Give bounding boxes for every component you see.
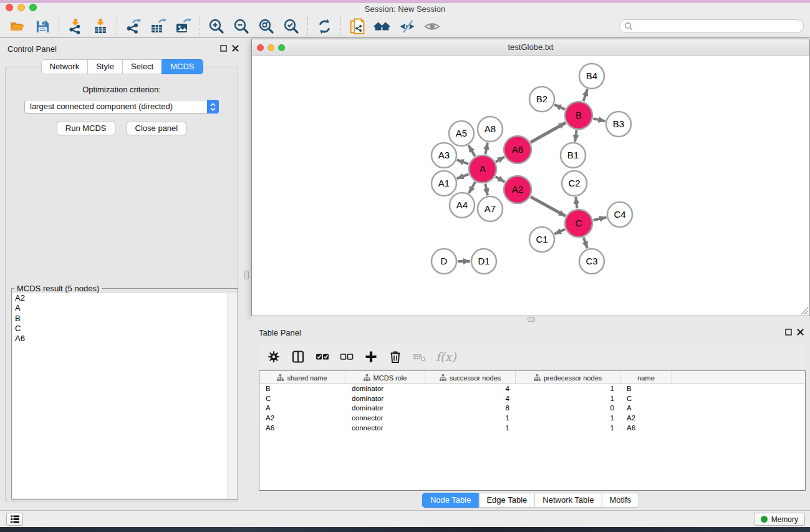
run-mcds-button[interactable]: Run MCDS (57, 122, 115, 135)
tab-mcds[interactable]: MCDS (162, 59, 203, 74)
network-close-button[interactable] (257, 44, 264, 51)
zoom-fit-button[interactable] (254, 16, 279, 36)
hide-selected-button[interactable] (395, 16, 420, 36)
zoom-out-button[interactable] (229, 16, 254, 36)
tab-style[interactable]: Style (87, 59, 123, 74)
graph-node-C[interactable]: C (565, 210, 592, 237)
tab-edge-table[interactable]: Edge Table (478, 493, 535, 508)
column-header-predecessor-nodes[interactable]: predecessor nodes (516, 371, 620, 384)
network-minimize-button[interactable] (268, 44, 274, 51)
select-all-columns-button[interactable] (313, 347, 332, 366)
save-session-button[interactable] (30, 16, 55, 36)
graph-node-A3[interactable]: A3 (432, 143, 456, 168)
graph-node-C2[interactable]: C2 (562, 171, 587, 196)
graph-edge-A-A8[interactable] (485, 143, 488, 155)
graph-edge-C-C2[interactable] (576, 197, 577, 208)
graph-edge-A-A4[interactable] (469, 182, 475, 193)
first-neighbors-button[interactable] (370, 16, 395, 36)
list-item[interactable]: A2 (12, 293, 237, 303)
network-window-titlebar[interactable]: testGlobe.txt (252, 39, 809, 56)
graph-edge-B-B4[interactable] (584, 89, 587, 101)
memory-button[interactable]: Memory (754, 513, 805, 526)
graph-edge-C-C1[interactable] (554, 230, 565, 234)
graph-node-C1[interactable]: C1 (529, 227, 554, 252)
task-history-button[interactable] (6, 513, 23, 526)
graph-node-B3[interactable]: B3 (606, 112, 631, 137)
list-item[interactable]: A (12, 303, 237, 313)
graph-node-C4[interactable]: C4 (607, 202, 632, 227)
graph-node-B1[interactable]: B1 (561, 143, 586, 168)
unselect-all-columns-button[interactable] (337, 347, 356, 366)
search-field[interactable] (619, 19, 804, 33)
create-column-button[interactable] (362, 347, 380, 366)
resize-grip-icon[interactable] (801, 307, 809, 315)
close-window-button[interactable] (6, 4, 13, 11)
graph-edge-B-B3[interactable] (593, 118, 605, 121)
tab-motifs[interactable]: Motifs (601, 493, 639, 508)
graph-node-A8[interactable]: A8 (478, 117, 503, 142)
graph-edge-A-A5[interactable] (468, 145, 475, 156)
refresh-layout-button[interactable] (312, 16, 337, 36)
tab-network[interactable]: Network (41, 59, 88, 74)
graph-node-B[interactable]: B (565, 102, 592, 129)
node-table[interactable]: shared nameMCDS rolesuccessor nodesprede… (259, 370, 806, 491)
show-columns-button[interactable] (289, 347, 307, 366)
graph-edge-C-C3[interactable] (584, 238, 587, 249)
optimization-criterion-select[interactable]: largest connected component (directed) (24, 100, 219, 114)
vertical-splitter[interactable] (244, 38, 251, 510)
list-item[interactable]: B (12, 314, 237, 324)
tab-select[interactable]: Select (122, 59, 162, 74)
network-maximize-button[interactable] (278, 44, 285, 51)
graph-node-A4[interactable]: A4 (450, 193, 475, 218)
graph-node-A5[interactable]: A5 (449, 121, 474, 146)
graph-edge-A-A1[interactable] (457, 174, 469, 178)
graph-edge-A2-C[interactable] (531, 197, 566, 216)
column-header-MCDS-role[interactable]: MCDS role (345, 371, 425, 384)
graph-node-C3[interactable]: C3 (579, 249, 604, 274)
graph-node-D[interactable]: D (432, 249, 456, 274)
graph-edge-C-C4[interactable] (593, 218, 606, 220)
table-row[interactable]: Bdominator41B (259, 384, 805, 394)
export-image-button[interactable] (171, 16, 196, 36)
table-settings-button[interactable] (264, 347, 283, 366)
maximize-window-button[interactable] (29, 4, 37, 11)
list-item[interactable]: C (12, 324, 237, 334)
import-network-button[interactable] (63, 16, 88, 36)
table-row[interactable]: Cdominator41C (259, 394, 805, 404)
delete-column-button[interactable] (386, 347, 405, 366)
export-network-button[interactable] (121, 16, 146, 36)
table-row[interactable]: Adominator80A (259, 404, 805, 414)
graph-edge-A-A2[interactable] (496, 177, 505, 182)
network-canvas[interactable]: AA1A2A3A4A5A6A7A8BB1B2B3B4CC1C2C3C4DD1 (252, 56, 809, 316)
graph-edge-B-B2[interactable] (554, 105, 565, 109)
list-item[interactable]: A6 (12, 334, 237, 344)
close-panel-button[interactable]: Close panel (127, 122, 187, 135)
column-header-shared-name[interactable]: shared name (259, 371, 345, 384)
minimize-window-button[interactable] (17, 4, 25, 11)
graph-node-A7[interactable]: A7 (478, 196, 503, 221)
open-session-button[interactable] (5, 16, 30, 36)
graph-edge-A6-B[interactable] (531, 123, 566, 143)
zoom-in-button[interactable] (204, 16, 229, 36)
column-header-successor-nodes[interactable]: successor nodes (425, 371, 516, 384)
import-table-button[interactable] (88, 16, 113, 36)
float-panel-icon[interactable] (220, 45, 227, 52)
graph-node-A[interactable]: A (469, 155, 496, 183)
graph-node-D1[interactable]: D1 (471, 249, 496, 274)
graph-node-A1[interactable]: A1 (432, 171, 456, 196)
graph-node-A6[interactable]: A6 (504, 136, 531, 163)
tab-node-table[interactable]: Node Table (422, 493, 480, 508)
graph-node-A2[interactable]: A2 (504, 176, 531, 203)
show-graphics-details-button[interactable] (420, 16, 445, 36)
table-row[interactable]: A6connector11A6 (259, 423, 805, 433)
column-header-name[interactable]: name (620, 371, 672, 384)
table-row[interactable]: A2connector11A2 (259, 414, 805, 423)
graph-node-B2[interactable]: B2 (529, 87, 554, 112)
close-panel-icon[interactable] (232, 45, 239, 52)
close-panel-icon[interactable] (797, 329, 804, 336)
graph-edge-A-A6[interactable] (496, 157, 504, 162)
result-scrollbar[interactable] (227, 293, 237, 498)
graph-edge-A-A3[interactable] (457, 160, 469, 164)
horizontal-splitter[interactable] (251, 316, 810, 323)
clone-network-button[interactable] (345, 16, 370, 36)
